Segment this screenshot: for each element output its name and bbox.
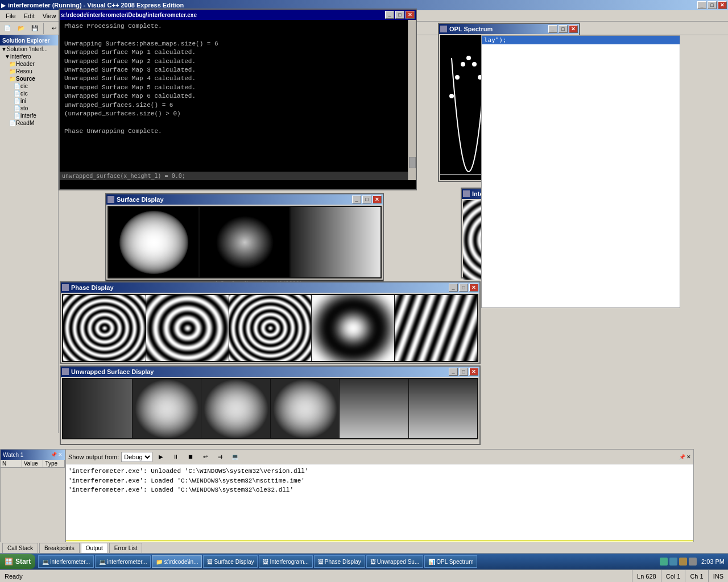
- unwrapped-panel-1: [63, 379, 132, 438]
- bottom-tab-bar: Call Stack Breakpoints Output Error List: [0, 542, 728, 554]
- output-btn-6[interactable]: 💻: [229, 451, 241, 463]
- open-button[interactable]: 📂: [15, 23, 27, 34]
- opl-maximize[interactable]: □: [559, 25, 568, 33]
- toolbar-sep-1: [43, 23, 46, 34]
- surface-minimize[interactable]: _: [352, 196, 361, 203]
- taskbar-btn-opl[interactable]: 📊 OPL Spectrum: [424, 555, 477, 568]
- taskbar-btn-unwrapped[interactable]: 🖼 Unwrapped Su...: [366, 555, 424, 568]
- output-header-controls[interactable]: 📌 ✕: [679, 454, 691, 460]
- watch-title: Watch 1: [3, 452, 23, 458]
- phase-win-controls[interactable]: _ □ ✕: [449, 284, 478, 292]
- output-btn-1[interactable]: ▶: [155, 451, 167, 463]
- folder-icon-2: 📁: [9, 68, 16, 74]
- menu-edit[interactable]: Edit: [20, 11, 38, 20]
- tree-item-interfe-file[interactable]: 📄 interfe: [0, 112, 58, 119]
- tree-item-header[interactable]: 📁 Header: [0, 60, 58, 68]
- folder-icon-3: 📁: [9, 76, 16, 82]
- tree-item-dic1[interactable]: 📄 dic: [0, 82, 58, 90]
- output-line-1: 'interferometer.exe': Unloaded 'C:\WINDO…: [68, 467, 691, 476]
- menu-file[interactable]: File: [2, 11, 19, 20]
- tree-item-source[interactable]: 📁 Source: [0, 75, 58, 82]
- console-win-controls[interactable]: _ □ ✕: [385, 11, 415, 19]
- taskbar-btn-3[interactable]: 📁 s:\rdcode\in...: [152, 555, 202, 568]
- app-title: interferometer (Running) - Visual C++ 20…: [8, 2, 184, 9]
- output-source-select[interactable]: Debug: [121, 452, 152, 462]
- save-button[interactable]: 💾: [28, 23, 41, 34]
- output-btn-2[interactable]: ⏸: [169, 451, 182, 463]
- taskbar-btn-1[interactable]: 💻 interferometer...: [38, 555, 94, 568]
- tree-item-resource[interactable]: 📁 Resou: [0, 68, 58, 75]
- console-scroll-text: unwrapped_surface(x_height_1) = 0.0;: [60, 172, 416, 180]
- watch-close[interactable]: ✕: [58, 452, 63, 458]
- opl-minimize[interactable]: _: [548, 25, 557, 33]
- new-button[interactable]: 📄: [1, 23, 14, 34]
- taskbar-icon-unwrapped: 🖼: [370, 559, 376, 565]
- surface-close[interactable]: ✕: [373, 196, 382, 203]
- taskbar-btn-interferogram[interactable]: 🖼 Interferogram...: [259, 555, 312, 568]
- console-title: s:\rdcode\interferometer\Debug\interfero…: [61, 12, 197, 18]
- start-button[interactable]: 🪟 Start: [0, 554, 35, 569]
- console-line-3: Unwrapped Surface Map 1 calculated.: [62, 48, 413, 57]
- status-right: Ln 628 Col 1 Ch 1 INS: [632, 570, 728, 583]
- phase-minimize[interactable]: _: [449, 284, 458, 292]
- output-line-3: 'interferometer.exe': Loaded 'C:\WINDOWS…: [68, 485, 691, 495]
- systray-icon-1: [660, 558, 668, 566]
- taskbar-right: 2:03 PM: [656, 558, 728, 566]
- menu-view[interactable]: View: [39, 11, 60, 20]
- phase-close[interactable]: ✕: [469, 284, 478, 292]
- surface-maximize[interactable]: □: [362, 196, 371, 203]
- surface-panel-3: [291, 207, 380, 277]
- phase-maximize[interactable]: □: [459, 284, 468, 292]
- output-btn-4[interactable]: ↩: [199, 451, 212, 463]
- watch-panel: Watch 1 📌 ✕ N Value Type: [0, 449, 65, 554]
- unwrapped-close[interactable]: ✕: [469, 368, 478, 376]
- output-content: 'interferometer.exe': Unloaded 'C:\WINDO…: [66, 464, 693, 551]
- unwrapped-maximize[interactable]: □: [459, 368, 468, 376]
- unwrapped-minimize[interactable]: _: [449, 368, 458, 376]
- tab-error-list[interactable]: Error List: [109, 543, 143, 553]
- tree-item-readm[interactable]: 📄 ReadM: [0, 119, 58, 127]
- surface-panels: [107, 206, 382, 278]
- taskbar-btn-surface[interactable]: 🖼 Surface Display: [203, 555, 258, 568]
- close-button[interactable]: ✕: [718, 1, 727, 9]
- console-minimize[interactable]: _: [385, 11, 394, 19]
- phase-title: Phase Display: [71, 284, 114, 291]
- maximize-button[interactable]: □: [708, 1, 717, 9]
- window-controls[interactable]: _ □ ✕: [697, 1, 727, 9]
- console-scroll-thumb[interactable]: [409, 157, 416, 168]
- console-line-4: Unwrapped Surface Map 2 calculated.: [62, 57, 413, 66]
- opl-title: OPL Spectrum: [449, 26, 493, 32]
- unwrapped-win-controls[interactable]: _ □ ✕: [449, 368, 478, 376]
- output-pin-icon[interactable]: 📌: [679, 454, 685, 460]
- output-btn-5[interactable]: ⇉: [214, 451, 226, 463]
- folder-icon: 📁: [9, 61, 16, 67]
- watch-header-controls[interactable]: 📌 ✕: [51, 452, 63, 458]
- surface-win-controls[interactable]: _ □ ✕: [352, 196, 382, 203]
- minimize-button[interactable]: _: [697, 1, 706, 9]
- tree-item-solution[interactable]: ▼ Solution 'Interf...: [0, 45, 58, 53]
- tree-item-ini[interactable]: 📄 ini: [0, 97, 58, 105]
- phase-icon: [62, 284, 69, 291]
- console-line-blank-1: [62, 31, 413, 39]
- console-line-10: (unwrapped_surfaces.size() > 0): [62, 110, 413, 118]
- tree-item-dic2[interactable]: 📄 dic: [0, 90, 58, 97]
- console-maximize[interactable]: □: [395, 11, 404, 19]
- code-area[interactable]: lay");: [481, 35, 680, 308]
- tab-output[interactable]: Output: [81, 543, 108, 553]
- systray-icons: [660, 558, 697, 566]
- code-line-highlight: lay");: [482, 36, 680, 44]
- taskbar-btn-phase[interactable]: 🖼 Phase Display: [314, 555, 365, 568]
- watch-pin[interactable]: 📌: [51, 452, 57, 458]
- console-scrollbar[interactable]: [408, 20, 416, 180]
- tree-item-interfe[interactable]: ▼ interfero: [0, 53, 58, 60]
- output-close-icon[interactable]: ✕: [686, 454, 691, 460]
- console-close[interactable]: ✕: [406, 11, 415, 19]
- taskbar-btn-2[interactable]: 💻 interferometer...: [95, 555, 151, 568]
- opl-win-controls[interactable]: _ □ ✕: [548, 25, 578, 33]
- output-btn-3[interactable]: ⏹: [184, 451, 197, 463]
- opl-close[interactable]: ✕: [569, 25, 578, 33]
- tab-breakpoints[interactable]: Breakpoints: [39, 543, 80, 553]
- tree-item-sto[interactable]: 📄 sto: [0, 105, 58, 112]
- tab-call-stack[interactable]: Call Stack: [2, 543, 38, 553]
- watch-col-n: N: [1, 460, 22, 467]
